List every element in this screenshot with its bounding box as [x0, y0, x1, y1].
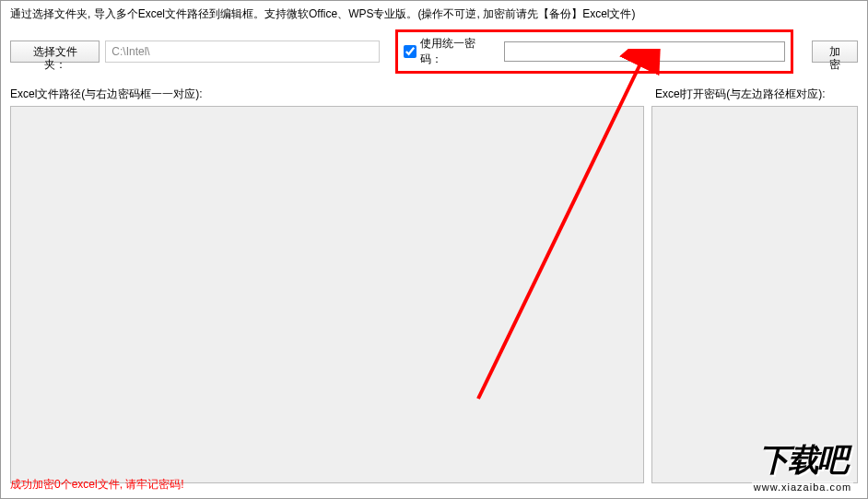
- folder-path-input[interactable]: [105, 41, 379, 63]
- toolbar: 选择文件夹： 使用统一密码： 加密: [1, 26, 867, 81]
- encrypt-button[interactable]: 加密: [812, 41, 858, 63]
- panels-container: [1, 106, 867, 483]
- file-path-panel-label: Excel文件路径(与右边密码框一一对应):: [10, 87, 655, 102]
- instruction-text: 通过选择文件夹, 导入多个Excel文件路径到编辑框。支持微软Office、WP…: [1, 1, 867, 26]
- unified-password-highlight: 使用统一密码：: [395, 29, 793, 74]
- password-panel-label: Excel打开密码(与左边路径框对应):: [655, 87, 858, 102]
- panel-labels-row: Excel文件路径(与右边密码框一一对应): Excel打开密码(与左边路径框对…: [1, 81, 867, 106]
- file-path-panel[interactable]: [10, 106, 644, 483]
- status-text: 成功加密0个excel文件, 请牢记密码!: [10, 477, 184, 493]
- use-unified-password-label: 使用统一密码：: [420, 36, 497, 67]
- unified-password-input[interactable]: [504, 41, 785, 62]
- password-panel[interactable]: [651, 106, 858, 483]
- use-unified-password-checkbox[interactable]: [404, 45, 416, 58]
- select-folder-button[interactable]: 选择文件夹：: [10, 41, 100, 63]
